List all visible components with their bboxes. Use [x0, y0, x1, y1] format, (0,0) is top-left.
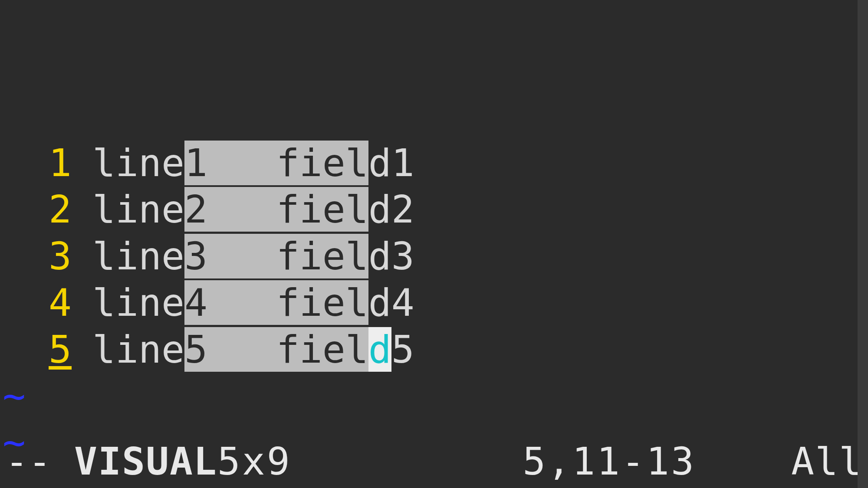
visual-selection: 5 fiel: [184, 327, 368, 372]
block-dimensions: 5x9: [217, 438, 292, 485]
scrollbar-thumb[interactable]: [858, 0, 868, 488]
scroll-percent: All: [791, 438, 863, 485]
line-content[interactable]: line1 field1: [92, 140, 414, 186]
text-line[interactable]: 4 line4 field4: [0, 279, 868, 326]
mode-text: VISUAL: [74, 438, 217, 485]
text-segment: d3: [368, 234, 414, 278]
text-line[interactable]: 2 line2 field2: [0, 186, 868, 233]
visual-selection: 1 fiel: [184, 141, 368, 185]
text-segment: d4: [368, 280, 414, 325]
status-bar: -- VISUAL 5x9 5,11-13 All: [0, 438, 868, 488]
text-segment: d1: [368, 141, 414, 185]
text-segment: 5: [391, 327, 414, 372]
text-segment: d2: [368, 187, 414, 232]
text-line[interactable]: 3 line3 field3: [0, 233, 868, 279]
text-segment: line: [92, 187, 184, 232]
tilde-icon: ~: [0, 373, 26, 419]
line-content[interactable]: line5 field5: [92, 326, 414, 373]
text-segment: line: [92, 234, 184, 278]
line-number: 5: [0, 326, 72, 373]
text-line[interactable]: 5 line5 field5: [0, 326, 868, 373]
cursor-position: 5,11-13: [523, 438, 696, 485]
visual-selection: 3 fiel: [184, 234, 368, 278]
line-content[interactable]: line2 field2: [92, 186, 414, 233]
line-content[interactable]: line3 field3: [92, 233, 414, 279]
line-number: 1: [0, 140, 72, 186]
line-number: 4: [0, 279, 72, 326]
line-number: 3: [0, 233, 72, 279]
text-segment: line: [92, 141, 184, 185]
text-line[interactable]: 1 line1 field1: [0, 140, 868, 186]
text-area[interactable]: 1 line1 field12 line2 field23 line3 fiel…: [0, 140, 868, 488]
line-content[interactable]: line4 field4: [92, 279, 414, 326]
scrollbar-track[interactable]: [858, 0, 868, 488]
line-number: 2: [0, 186, 72, 233]
vim-editor[interactable]: 1 line1 field12 line2 field23 line3 fiel…: [0, 0, 868, 488]
visual-selection: 2 fiel: [184, 187, 368, 232]
text-segment: line: [92, 280, 184, 325]
mode-dashes: --: [5, 438, 74, 485]
visual-selection: 4 fiel: [184, 280, 368, 325]
cursor-cell: d: [368, 327, 391, 372]
text-segment: line: [92, 327, 184, 372]
empty-line: ~: [0, 373, 868, 419]
